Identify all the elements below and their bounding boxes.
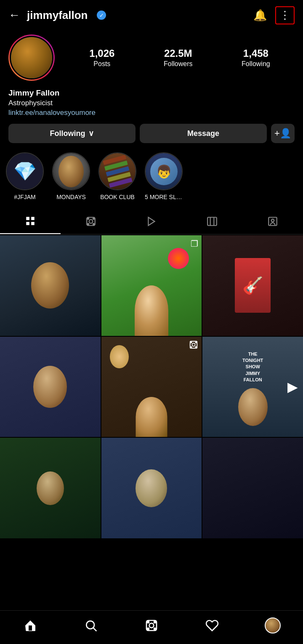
highlight-circle-bookclub: [98, 152, 136, 190]
avatar-face: [11, 37, 52, 78]
grid-item-5[interactable]: [101, 337, 202, 437]
following-button[interactable]: Following ∨: [8, 124, 136, 143]
add-person-icon: +👤: [274, 128, 291, 139]
svg-rect-0: [26, 217, 29, 220]
highlight-mondays[interactable]: MONDAYS: [52, 152, 90, 200]
svg-point-27: [154, 621, 156, 623]
profile-section: 1,026 Posts 22.5M Followers 1,458 Follow…: [0, 30, 303, 143]
nav-reels[interactable]: [139, 615, 164, 636]
more-options-icon[interactable]: ⋮: [275, 6, 295, 24]
avatar[interactable]: [8, 35, 55, 81]
highlight-circle-mondays: [52, 152, 90, 190]
back-button[interactable]: ←: [8, 8, 20, 22]
header-right: 🔔 ⋮: [253, 6, 295, 24]
followers-label: Followers: [164, 60, 192, 68]
stat-posts[interactable]: 1,026 Posts: [89, 48, 114, 68]
grid-item-2[interactable]: ❐: [101, 235, 202, 336]
tab-tagged[interactable]: [242, 209, 303, 234]
highlight-img-mondays: [53, 153, 89, 189]
bell-icon[interactable]: 🔔: [253, 9, 267, 22]
highlight-label-mondays: MONDAYS: [56, 194, 86, 200]
highlight-label-sleep: 5 MORE SLEE...: [145, 194, 183, 200]
diamond-icon: 💎: [7, 153, 43, 189]
svg-point-26: [147, 621, 149, 623]
tab-reels[interactable]: [61, 209, 121, 234]
profile-avatar-nav: [265, 617, 281, 633]
svg-point-22: [86, 621, 94, 629]
stat-following[interactable]: 1,458 Following: [242, 48, 270, 68]
story-highlights: 💎 #JFJAM MONDAYS BOOK CLUB: [0, 152, 303, 209]
photo-grid: ❐ 🎸: [0, 235, 303, 538]
nav-profile[interactable]: [260, 615, 285, 636]
highlight-circle-sleep: 👦: [145, 152, 183, 190]
svg-point-17: [192, 343, 195, 346]
svg-marker-10: [148, 217, 154, 226]
highlight-label-jfjam: #JFJAM: [14, 194, 35, 200]
svg-point-15: [271, 219, 274, 222]
svg-point-7: [93, 218, 94, 219]
content-tabs: [0, 209, 303, 234]
profile-info: Jimmy Fallon Astrophysicist linktr.ee/na…: [8, 88, 295, 117]
home-icon: [24, 619, 37, 632]
svg-point-5: [89, 220, 93, 224]
bottom-navigation: [0, 610, 303, 644]
svg-point-20: [191, 346, 192, 347]
following-label: Following: [50, 129, 85, 138]
play-icon-6: ▶: [287, 379, 298, 395]
igtv-icon: [207, 216, 218, 227]
chevron-down-icon: ∨: [88, 129, 94, 138]
following-label: Following: [242, 60, 270, 68]
reels-nav-icon: [145, 619, 158, 632]
multipost-icon-2: ❐: [191, 239, 198, 249]
posts-label: Posts: [93, 60, 110, 68]
message-button[interactable]: Message: [140, 124, 267, 143]
posts-count: 1,026: [89, 48, 114, 59]
highlight-jfjam[interactable]: 💎 #JFJAM: [6, 152, 44, 200]
svg-point-25: [149, 623, 154, 628]
play-icon: [146, 216, 157, 227]
svg-point-8: [88, 224, 89, 225]
tab-video[interactable]: [121, 209, 182, 234]
nav-likes[interactable]: [199, 615, 225, 636]
svg-point-18: [191, 342, 192, 343]
following-count: 1,458: [243, 48, 268, 59]
action-buttons: Following ∨ Message +👤: [8, 124, 295, 143]
grid-item-8[interactable]: [101, 438, 202, 538]
profile-top: 1,026 Posts 22.5M Followers 1,458 Follow…: [8, 35, 295, 81]
svg-rect-2: [26, 222, 29, 225]
svg-point-29: [154, 628, 156, 630]
grid-item-6[interactable]: THETONIGHTSHOWJIMMYFALLON ▶: [202, 337, 303, 437]
svg-rect-1: [31, 217, 35, 220]
highlight-label-bookclub: BOOK CLUB: [100, 194, 135, 200]
tab-grid[interactable]: [0, 209, 61, 234]
bio-text: Astrophysicist: [8, 99, 295, 107]
stat-followers[interactable]: 22.5M Followers: [164, 48, 192, 68]
display-name: Jimmy Fallon: [8, 88, 295, 98]
grid-item-1[interactable]: [0, 235, 101, 336]
reels-icon: [85, 216, 96, 227]
heart-icon: [205, 619, 219, 632]
highlight-img-bookclub: [99, 153, 136, 189]
highlight-bookclub[interactable]: BOOK CLUB: [98, 152, 136, 200]
svg-rect-11: [207, 217, 217, 226]
grid-item-3[interactable]: 🎸: [202, 235, 303, 336]
nav-search[interactable]: [78, 615, 104, 636]
grid-item-4[interactable]: [0, 337, 101, 437]
grid-item-9[interactable]: [202, 438, 303, 538]
search-icon: [84, 619, 98, 632]
svg-point-19: [196, 342, 197, 343]
avatar-inner: [10, 36, 53, 80]
svg-point-9: [93, 224, 94, 225]
highlight-circle-jfjam: 💎: [6, 152, 44, 190]
svg-line-23: [93, 628, 96, 631]
highlight-img-sleep: 👦: [146, 153, 182, 189]
tab-igtv[interactable]: [182, 209, 242, 234]
add-friend-button[interactable]: +👤: [271, 124, 295, 143]
verified-badge: ✓: [97, 11, 106, 20]
video-icon-5: [189, 340, 198, 351]
header-left: ← jimmyfallon ✓: [8, 8, 106, 22]
grid-item-7[interactable]: [0, 438, 101, 538]
highlight-sleep[interactable]: 👦 5 MORE SLEE...: [145, 152, 183, 200]
nav-home[interactable]: [18, 615, 43, 636]
bio-link[interactable]: linktr.ee/nanalovesyoumore: [8, 109, 295, 117]
